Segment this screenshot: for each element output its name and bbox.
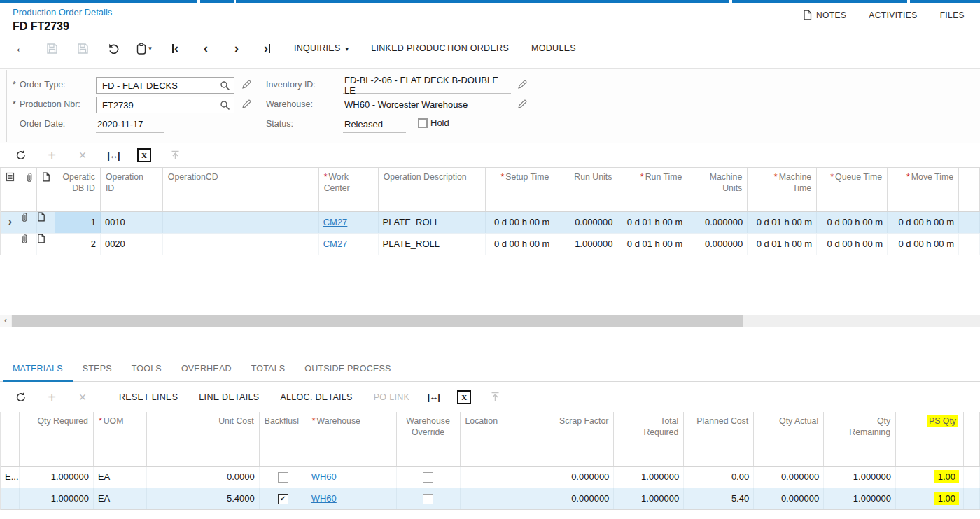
column-header-setup_time[interactable]: *Setup Time — [486, 168, 555, 211]
column-header-queue_time[interactable]: *Queue Time — [817, 168, 888, 211]
cell-planned_cost[interactable]: 5.40 — [684, 488, 754, 509]
cell-ps_qty[interactable]: 1.00 — [896, 488, 964, 509]
scroll-left-button[interactable]: ‹ — [0, 315, 11, 327]
warehouse-link[interactable]: WH60 — [312, 471, 337, 482]
column-header-backflush[interactable]: Backflusl — [260, 412, 307, 466]
cell-planned_cost[interactable]: 0.00 — [684, 467, 754, 488]
line-details-button[interactable]: LINE DETAILS — [199, 392, 259, 402]
cell-spacer[interactable] — [959, 212, 980, 233]
column-header-attach[interactable] — [20, 168, 37, 211]
production-nbr-input[interactable]: FT2739 — [96, 97, 234, 113]
cell-backflush[interactable]: ✔ — [260, 488, 307, 509]
materials-refresh-button[interactable] — [6, 387, 36, 408]
modules-menu[interactable]: MODULES — [531, 43, 576, 53]
cell-move_time[interactable]: 0 d 00 h 00 m — [888, 212, 959, 233]
column-header-total_required[interactable]: Total Required — [614, 412, 684, 466]
inventory-id-field[interactable]: FD-BL-2-06 - FLAT DECK B-DOUBLE LE — [343, 77, 511, 94]
column-header-ps_qty[interactable]: PS Qty — [896, 412, 964, 466]
clipboard-button[interactable]: ▾ — [129, 38, 160, 59]
column-header-location[interactable]: Location — [461, 412, 546, 466]
go-last-button[interactable]: › — [252, 38, 283, 59]
work_center-link[interactable]: CM27 — [323, 239, 348, 249]
alloc-details-button[interactable]: ALLOC. DETAILS — [280, 392, 352, 402]
cell-qty_actual[interactable]: 0.000000 — [754, 488, 824, 509]
go-next-button[interactable]: › — [221, 38, 252, 59]
cell-work_center[interactable]: CM27 — [319, 234, 379, 255]
column-header-run_time[interactable]: *Run Time — [617, 168, 687, 211]
cell-backflush[interactable] — [260, 467, 307, 488]
materials-add-row-button[interactable]: + — [36, 387, 67, 408]
delete-row-button[interactable]: × — [67, 145, 98, 166]
warehouse-field[interactable]: WH60 - Worcester Warehouse — [343, 97, 511, 113]
cell-spacer[interactable] — [964, 467, 980, 488]
column-header-operation_description[interactable]: Operation Description — [379, 168, 486, 211]
cell-location[interactable] — [461, 488, 546, 509]
cell-unit_cost[interactable]: 5.4000 — [147, 488, 260, 509]
tab-tools[interactable]: TOOLS — [122, 355, 172, 382]
inquiries-menu[interactable]: INQUIRIES ▾ — [294, 43, 349, 53]
production-nbr-edit-pencil-icon[interactable] — [241, 99, 252, 109]
cell-total_required[interactable]: 1.000000 — [614, 488, 684, 509]
cell-scrap_factor[interactable]: 0.000000 — [545, 467, 614, 488]
cell-operation_id[interactable]: 0010 — [101, 212, 163, 233]
paperclip-icon[interactable] — [20, 234, 37, 255]
activities-button[interactable]: ACTIVITIES — [869, 10, 917, 20]
cell-item[interactable] — [1, 488, 20, 509]
go-prev-button[interactable]: ‹ — [190, 38, 221, 59]
cell-location[interactable] — [461, 467, 546, 488]
cell-machine_time[interactable]: 0 d 01 h 00 m — [748, 234, 817, 255]
cell-queue_time[interactable]: 0 d 00 h 00 m — [817, 212, 888, 233]
cell-operation_description[interactable]: PLATE_ROLL — [379, 212, 486, 233]
fit-width-button[interactable]: |↔| — [98, 145, 129, 166]
add-row-button[interactable]: + — [36, 145, 67, 166]
materials-delete-row-button[interactable]: × — [67, 387, 98, 408]
column-header-planned_cost[interactable]: Planned Cost — [684, 412, 754, 466]
column-header-scrap_factor[interactable]: Scrap Factor — [545, 412, 614, 466]
cell-qty_required[interactable]: 1.000000 — [20, 467, 94, 488]
column-header-run_units[interactable]: Run Units — [554, 168, 617, 211]
tab-totals[interactable]: TOTALS — [241, 355, 295, 382]
notes-button[interactable]: NOTES — [803, 10, 846, 20]
work_center-link[interactable]: CM27 — [323, 217, 348, 227]
column-header-unit_cost[interactable]: Unit Cost — [147, 412, 260, 466]
cell-move_time[interactable]: 0 d 00 h 00 m — [888, 234, 959, 255]
cell-qty_remaining[interactable]: 1.000000 — [824, 467, 896, 488]
order-type-input[interactable]: FD - FLAT DECKS — [96, 77, 234, 94]
cell-unit_cost[interactable]: 0.0000 — [147, 467, 260, 488]
backflush-checkbox[interactable]: ✔ — [278, 494, 288, 504]
column-header-note[interactable] — [37, 168, 55, 211]
hold-checkbox[interactable] — [418, 118, 428, 128]
cell-machine_units[interactable]: 0.000000 — [687, 212, 748, 233]
column-header-rowind[interactable] — [1, 168, 20, 211]
cell-warehouse[interactable]: WH60 — [307, 467, 397, 488]
export-excel-button[interactable]: X — [129, 145, 160, 166]
cell-spacer[interactable] — [964, 488, 980, 509]
cell-machine_units[interactable]: 0.000000 — [687, 234, 748, 255]
column-header-op_db_id[interactable]: Operatic DB ID — [55, 168, 101, 211]
cell-run_units[interactable]: 0.000000 — [554, 212, 617, 233]
cell-item[interactable]: E... — [1, 467, 20, 488]
cell-run_time[interactable]: 0 d 01 h 00 m — [617, 212, 687, 233]
order-type-edit-pencil-icon[interactable] — [241, 79, 252, 90]
materials-fit-width-button[interactable]: |↔| — [418, 387, 449, 408]
warehouse_override-checkbox[interactable] — [423, 494, 433, 504]
tab-outside-process[interactable]: OUTSIDE PROCESS — [295, 355, 400, 382]
cell-qty_actual[interactable]: 0.000000 — [754, 467, 824, 488]
table-row[interactable]: E...1.000000EA0.0000WH600.0000001.000000… — [1, 467, 980, 488]
paperclip-icon[interactable] — [20, 212, 37, 233]
note-icon[interactable] — [37, 212, 55, 233]
horizontal-scrollbar[interactable]: ‹ — [0, 315, 980, 327]
cell-warehouse_override[interactable] — [397, 488, 461, 509]
reset-lines-button[interactable]: RESET LINES — [119, 392, 178, 402]
cell-uom[interactable]: EA — [94, 488, 147, 509]
cell-scrap_factor[interactable]: 0.000000 — [545, 488, 614, 509]
column-header-warehouse[interactable]: *Warehouse — [307, 412, 397, 466]
cell-work_center[interactable]: CM27 — [319, 212, 379, 233]
cell-run_time[interactable]: 0 d 01 h 00 m — [617, 234, 687, 255]
cell-warehouse_override[interactable] — [397, 467, 461, 488]
column-header-machine_units[interactable]: Machine Units — [687, 168, 748, 211]
column-header-uom[interactable]: *UOM — [94, 412, 147, 466]
column-header-machine_time[interactable]: *Machine Time — [748, 168, 817, 211]
lookup-magnifier-icon[interactable] — [220, 100, 230, 111]
warehouse-link[interactable]: WH60 — [312, 493, 337, 504]
